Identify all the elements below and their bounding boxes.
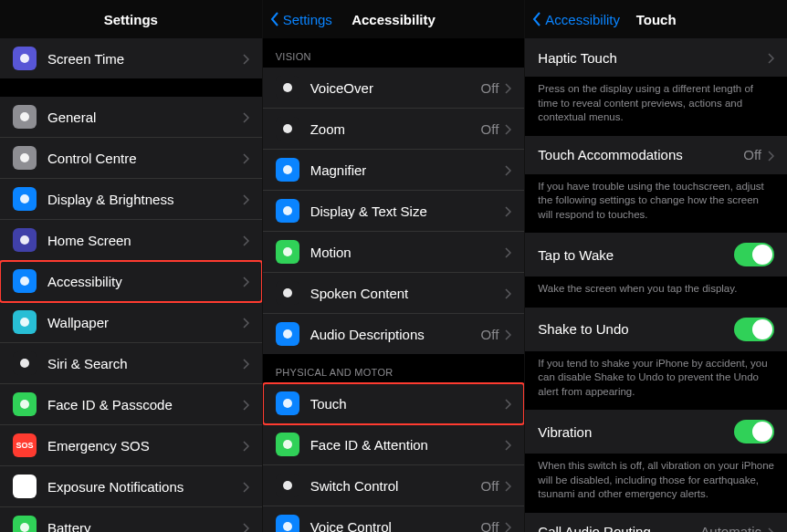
row-icon: SOS <box>13 433 37 457</box>
row-tap-to-wake[interactable]: Tap to Wake <box>525 233 787 276</box>
chevron-right-icon <box>242 276 249 287</box>
row-call-audio-routing[interactable]: Call Audio RoutingAutomatic <box>525 513 787 532</box>
header: Settings <box>0 0 262 38</box>
row-voice-control[interactable]: Voice ControlOff <box>263 506 525 532</box>
row-icon <box>276 474 299 497</box>
chevron-right-icon <box>767 527 774 532</box>
row-label: Screen Time <box>47 51 242 67</box>
row-vibration[interactable]: Vibration <box>525 410 787 454</box>
footer-text: If you have trouble using the touchscree… <box>525 174 787 234</box>
row-display-text-size[interactable]: Display & Text Size <box>263 191 525 232</box>
row-magnifier[interactable]: Magnifier <box>263 150 525 191</box>
row-icon <box>13 475 37 498</box>
chevron-right-icon <box>767 150 774 161</box>
row-icon <box>276 281 299 305</box>
row-face-id-attention[interactable]: Face ID & Attention <box>263 424 525 465</box>
row-icon <box>276 158 299 182</box>
row-display-brightness[interactable]: Display & Brightness <box>0 179 262 220</box>
row-haptic-touch[interactable]: Haptic Touch <box>525 38 787 77</box>
row-wallpaper[interactable]: Wallpaper <box>0 302 262 343</box>
touch-screen: Accessibility Touch Haptic TouchPress on… <box>525 0 787 532</box>
header: Settings Accessibility <box>263 0 525 38</box>
svg-point-16 <box>283 124 292 133</box>
row-label: Magnifier <box>310 162 505 178</box>
chevron-right-icon <box>504 480 511 491</box>
chevron-right-icon <box>242 522 249 532</box>
toggle[interactable] <box>734 420 774 443</box>
row-siri-search[interactable]: Siri & Search <box>0 343 262 384</box>
chevron-right-icon <box>504 205 511 216</box>
svg-point-10 <box>20 523 29 532</box>
row-label: Motion <box>310 245 505 260</box>
chevron-right-icon <box>504 398 511 409</box>
row-value: Off <box>481 478 499 494</box>
row-icon <box>13 146 37 170</box>
chevron-right-icon <box>242 111 249 122</box>
svg-point-0 <box>20 54 29 63</box>
svg-point-6 <box>20 318 29 327</box>
svg-point-8 <box>20 400 29 409</box>
chevron-right-icon <box>504 82 511 93</box>
row-value: Off <box>481 327 499 342</box>
back-label: Accessibility <box>545 12 620 27</box>
row-label: Display & Brightness <box>47 192 242 207</box>
row-icon <box>276 433 299 456</box>
row-emergency-sos[interactable]: SOSEmergency SOS <box>0 425 262 466</box>
row-voiceover[interactable]: VoiceOverOff <box>263 68 525 109</box>
row-exposure-notifications[interactable]: Exposure Notifications <box>0 466 262 507</box>
row-icon <box>276 391 299 415</box>
row-value: Automatic <box>700 524 761 532</box>
back-button[interactable]: Accessibility <box>532 12 620 27</box>
svg-point-7 <box>20 359 29 368</box>
svg-point-24 <box>283 481 292 490</box>
row-spoken-content[interactable]: Spoken Content <box>263 273 525 314</box>
row-screen-time[interactable]: Screen Time <box>0 38 262 78</box>
row-touch-accommodations[interactable]: Touch AccommodationsOff <box>525 136 787 174</box>
svg-point-25 <box>283 522 292 531</box>
row-label: Touch Accommodations <box>538 147 682 162</box>
row-shake-to-undo[interactable]: Shake to Undo <box>525 308 787 351</box>
row-label: Audio Descriptions <box>310 327 481 342</box>
back-button[interactable]: Settings <box>270 12 332 27</box>
chevron-right-icon <box>504 123 511 134</box>
chevron-right-icon <box>242 317 249 328</box>
svg-point-19 <box>283 247 292 256</box>
row-icon <box>13 228 37 252</box>
row-icon <box>276 515 299 532</box>
row-switch-control[interactable]: Switch ControlOff <box>263 465 525 506</box>
section-header-physical: PHYSICAL AND MOTOR <box>263 354 525 383</box>
row-label: Wallpaper <box>47 315 242 330</box>
row-home-screen[interactable]: Home Screen <box>0 220 262 261</box>
row-face-id-passcode[interactable]: Face ID & Passcode <box>0 384 262 425</box>
row-accessibility[interactable]: Accessibility <box>0 261 262 302</box>
row-icon <box>13 516 37 532</box>
page-title: Settings <box>104 12 158 27</box>
svg-point-17 <box>283 165 292 174</box>
chevron-right-icon <box>504 246 511 257</box>
row-general[interactable]: General <box>0 97 262 138</box>
chevron-right-icon <box>242 440 249 451</box>
chevron-right-icon <box>504 329 511 339</box>
row-audio-descriptions[interactable]: Audio DescriptionsOff <box>263 314 525 354</box>
settings-screen: Settings Screen Time GeneralControl Cent… <box>0 0 263 532</box>
row-control-centre[interactable]: Control Centre <box>0 138 262 179</box>
row-label: Touch <box>310 396 505 412</box>
row-touch[interactable]: Touch <box>263 383 525 424</box>
accessibility-screen: Settings Accessibility VISION VoiceOverO… <box>263 0 526 532</box>
row-value: Off <box>481 80 499 96</box>
chevron-right-icon <box>504 521 511 532</box>
toggle[interactable] <box>734 243 774 266</box>
toggle[interactable] <box>734 318 774 341</box>
row-zoom[interactable]: ZoomOff <box>263 109 525 150</box>
row-icon <box>13 187 37 211</box>
chevron-right-icon <box>504 164 511 175</box>
row-battery[interactable]: Battery <box>0 507 262 532</box>
row-icon <box>13 310 37 334</box>
row-icon <box>276 76 299 99</box>
row-label: Spoken Content <box>310 286 505 301</box>
chevron-right-icon <box>504 287 511 298</box>
row-motion[interactable]: Motion <box>263 232 525 273</box>
row-label: General <box>47 110 242 125</box>
row-label: Exposure Notifications <box>47 479 242 495</box>
svg-point-22 <box>283 399 292 408</box>
